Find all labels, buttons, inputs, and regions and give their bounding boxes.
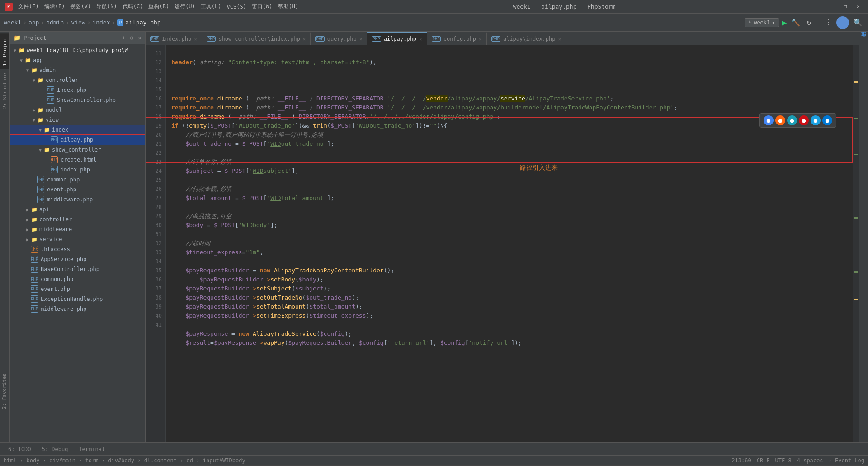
tab-icon: PHP [150, 36, 159, 42]
tab-close[interactable]: ✕ [194, 36, 197, 42]
tab-ailpay[interactable]: PHP ailpay.php ✕ [367, 32, 427, 45]
statusbar-breadcrumb[interactable]: html › body › div#main › form › div#body… [4, 457, 245, 464]
tree-index-php[interactable]: PHP Index.php [10, 85, 145, 95]
tab-query[interactable]: PHP query.php ✕ [311, 32, 367, 45]
folder-icon: 📁 [37, 76, 44, 84]
tree-index-folder[interactable]: ▼ 📁 index [10, 125, 145, 135]
statusbar-event-log[interactable]: ⚠ Event Log [829, 457, 864, 464]
search-icon[interactable]: 🔍 [852, 16, 864, 29]
branch-selector[interactable]: ⑂ week1 ▾ [745, 18, 779, 27]
menu-file[interactable]: 文件(F) [15, 0, 42, 14]
tree-basecontroller[interactable]: PHP BaseController.php [10, 264, 145, 274]
gutter-info2 [854, 154, 858, 155]
favorites-panel-label[interactable]: 2: Favorites [0, 371, 9, 412]
firefox-icon[interactable]: ● [775, 115, 785, 125]
tab-index-php[interactable]: PHP Index.php ✕ [146, 32, 202, 45]
maximize-button[interactable]: ❐ [840, 2, 851, 11]
menu-view[interactable]: 视图(V) [67, 0, 94, 14]
menu-window[interactable]: 窗口(W) [249, 0, 275, 14]
tree-middleware[interactable]: ▶ 📁 middleware [10, 224, 145, 234]
tab-close[interactable]: ✕ [479, 36, 482, 42]
tree-event-php[interactable]: PHP event.php [10, 185, 145, 195]
opera-icon[interactable]: ● [799, 115, 809, 125]
edge-icon[interactable]: ● [822, 115, 832, 125]
menu-bar: 文件(F) 编辑(E) 视图(V) 导航(N) 代码(C) 重构(R) 运行(U… [15, 0, 301, 14]
tree-app[interactable]: ▼ 📁 app [10, 55, 145, 65]
tree-view[interactable]: ▼ 📁 view [10, 115, 145, 125]
build-icon[interactable]: 🔨 [789, 16, 802, 29]
right-icon-alipay[interactable]: 信拖上述 [859, 32, 868, 50]
tree-service[interactable]: ▶ 📁 service [10, 234, 145, 244]
tab-alipay-index[interactable]: PHP alipay\index.php ✕ [487, 32, 566, 45]
tree-model[interactable]: ▶ 📁 model [10, 105, 145, 115]
breadcrumb-file[interactable]: P ailpay.php [117, 19, 160, 26]
tree-event-root[interactable]: PHP event.php [10, 284, 145, 294]
project-header: 📁 Project + ⚙ ✕ [10, 32, 145, 44]
code-content[interactable]: header( string: "Content-type: text/html… [166, 45, 853, 442]
breadcrumb-week1[interactable]: week1 [4, 19, 21, 26]
menu-nav[interactable]: 导航(N) [94, 0, 120, 14]
breadcrumb-view[interactable]: view [71, 19, 85, 26]
tab-close[interactable]: ✕ [419, 36, 422, 42]
run-button[interactable]: ▶ [782, 18, 787, 27]
more-tools-icon[interactable]: ⋮⋮ [816, 16, 834, 29]
project-panel-label[interactable]: 1: Project [0, 33, 9, 69]
tree-htaccess[interactable]: .ht .htaccess [10, 244, 145, 254]
tree-controller[interactable]: ▼ 📁 controller [10, 75, 145, 85]
tree-api-label: api [39, 206, 49, 213]
ie-icon[interactable]: ● [811, 115, 821, 125]
menu-help[interactable]: 帮助(H) [275, 0, 302, 14]
tab-show-controller[interactable]: PHP show_controller\index.php ✕ [202, 32, 311, 45]
tree-event-label: event.php [47, 186, 76, 193]
tree-appservice[interactable]: PHP AppService.php [10, 254, 145, 264]
menu-vcs[interactable]: VCS(S) [224, 0, 249, 14]
close-button[interactable]: ✕ [853, 2, 863, 11]
close-icon[interactable]: ✕ [138, 34, 142, 41]
statusbar-line-col[interactable]: 213:60 [731, 457, 751, 464]
tab-terminal[interactable]: Terminal [74, 444, 109, 455]
tree-show-index-php[interactable]: PHP index.php [10, 165, 145, 175]
menu-tools[interactable]: 工具(L) [198, 0, 224, 14]
tab-config[interactable]: PHP config.php ✕ [427, 32, 487, 45]
statusbar-line-ending[interactable]: CRLF [757, 457, 770, 464]
tree-admin[interactable]: ▼ 📁 admin [10, 65, 145, 75]
minimize-button[interactable]: — [827, 2, 838, 11]
menu-run[interactable]: 运行(U) [172, 0, 198, 14]
reload-icon[interactable]: ↻ [805, 16, 813, 29]
statusbar-encoding[interactable]: UTF-8 [775, 457, 792, 464]
tree-ailpay[interactable]: PHP ailpay.php [10, 135, 145, 145]
tree-exceptionhandle-label: ExceptionHandle.php [41, 296, 103, 302]
toolbar-right: ⑂ week1 ▾ ▶ 🔨 ↻ ⋮⋮ 🔍 [745, 16, 864, 29]
tab-close[interactable]: ✕ [558, 36, 561, 42]
tree-exceptionhandle[interactable]: PHP ExceptionHandle.php [10, 294, 145, 304]
structure-panel-label[interactable]: 2: Structure [0, 70, 9, 111]
tree-controller2[interactable]: ▶ 📁 controller [10, 214, 145, 224]
safari-icon[interactable]: ● [787, 115, 797, 125]
breadcrumb-app[interactable]: app [28, 19, 39, 26]
tab-debug[interactable]: 5: Debug [38, 444, 73, 455]
tab-todo[interactable]: 6: TODO [4, 444, 36, 455]
tree-ailpay-label: ailpay.php [61, 137, 93, 143]
tree-middleware-root[interactable]: PHP middleware.php [10, 304, 145, 314]
tree-middleware-admin[interactable]: PHP middleware.php [10, 195, 145, 204]
tree-api[interactable]: ▶ 📁 api [10, 204, 145, 214]
breadcrumb-index[interactable]: index [92, 19, 110, 26]
tree-showcontroller[interactable]: PHP ShowController.php [10, 95, 145, 105]
tree-common-php[interactable]: PHP common.php [10, 175, 145, 185]
tree-middleware-admin-label: middleware.php [47, 196, 93, 203]
menu-refactor[interactable]: 重构(R) [146, 0, 172, 14]
breadcrumb-admin[interactable]: admin [46, 19, 64, 26]
tab-close[interactable]: ✕ [359, 36, 363, 42]
tree-common-root[interactable]: PHP common.php [10, 274, 145, 284]
tree-show-controller[interactable]: ▼ 📁 show_controller [10, 145, 145, 155]
chrome-icon[interactable]: ● [764, 115, 774, 125]
add-icon[interactable]: + [122, 34, 126, 41]
statusbar-indent[interactable]: 4 spaces [797, 457, 823, 464]
tree-root[interactable]: ▼ 📁 week1 [day18] D:\phpstudy_pro\W [10, 45, 145, 55]
tab-close[interactable]: ✕ [303, 36, 306, 42]
settings-icon[interactable]: ⚙ [130, 34, 133, 41]
php-icon: PHP [51, 166, 58, 173]
menu-edit[interactable]: 编辑(E) [42, 0, 68, 14]
tree-create-html[interactable]: HTM create.html [10, 155, 145, 165]
menu-code[interactable]: 代码(C) [120, 0, 146, 14]
